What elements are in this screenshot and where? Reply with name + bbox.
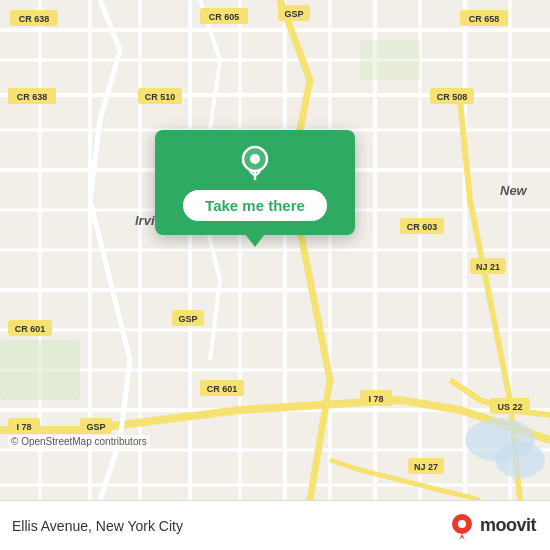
map-popup: Take me there bbox=[155, 130, 355, 235]
svg-text:I 78: I 78 bbox=[16, 422, 31, 432]
svg-text:CR 658: CR 658 bbox=[469, 14, 500, 24]
svg-text:GSP: GSP bbox=[284, 9, 303, 19]
svg-text:GSP: GSP bbox=[86, 422, 105, 432]
svg-point-66 bbox=[250, 154, 260, 164]
osm-credit: © OpenStreetMap contributors bbox=[8, 435, 150, 448]
svg-text:CR 510: CR 510 bbox=[145, 92, 176, 102]
svg-text:CR 508: CR 508 bbox=[437, 92, 468, 102]
svg-text:CR 601: CR 601 bbox=[15, 324, 46, 334]
map-roads: CR 638 CR 605 GSP CR 658 CR 638 CR 510 C… bbox=[0, 0, 550, 500]
svg-rect-63 bbox=[0, 340, 80, 400]
svg-text:CR 601: CR 601 bbox=[207, 384, 238, 394]
svg-text:US 22: US 22 bbox=[497, 402, 522, 412]
moovit-logo: moovit bbox=[448, 512, 536, 540]
svg-text:NJ 27: NJ 27 bbox=[414, 462, 438, 472]
svg-text:CR 605: CR 605 bbox=[209, 12, 240, 22]
svg-text:NJ 21: NJ 21 bbox=[476, 262, 500, 272]
svg-text:New: New bbox=[500, 183, 528, 198]
svg-point-62 bbox=[495, 442, 545, 478]
svg-text:CR 638: CR 638 bbox=[19, 14, 50, 24]
take-me-there-button[interactable]: Take me there bbox=[183, 190, 327, 221]
location-label: Ellis Avenue, New York City bbox=[12, 518, 183, 534]
location-pin-icon bbox=[236, 144, 274, 182]
moovit-brand-text: moovit bbox=[480, 515, 536, 536]
svg-text:I 78: I 78 bbox=[368, 394, 383, 404]
svg-text:CR 638: CR 638 bbox=[17, 92, 48, 102]
svg-point-68 bbox=[458, 520, 466, 528]
moovit-pin-icon bbox=[448, 512, 476, 540]
bottom-bar: Ellis Avenue, New York City moovit bbox=[0, 500, 550, 550]
svg-text:CR 603: CR 603 bbox=[407, 222, 438, 232]
svg-text:GSP: GSP bbox=[178, 314, 197, 324]
svg-rect-64 bbox=[360, 40, 420, 80]
map-container: CR 638 CR 605 GSP CR 658 CR 638 CR 510 C… bbox=[0, 0, 550, 500]
